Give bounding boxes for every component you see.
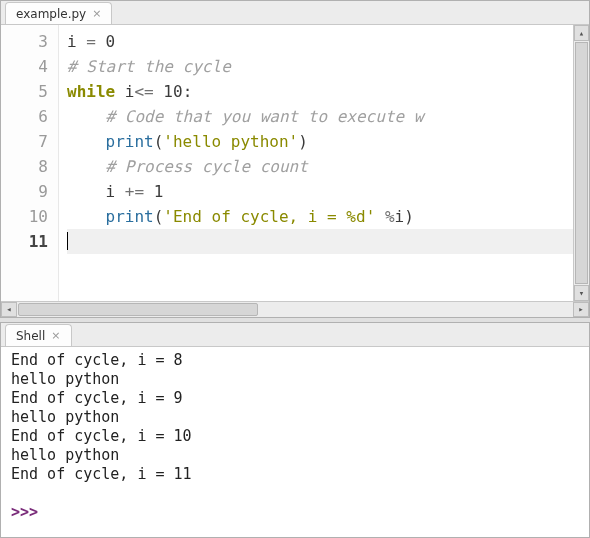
close-icon[interactable]: × — [51, 330, 60, 341]
code-area[interactable]: 34567891011 i = 0# Start the cyclewhile … — [1, 25, 589, 301]
shell-prompt[interactable]: >>> — [11, 503, 579, 522]
token-sp — [115, 182, 125, 201]
code-line: i = 0 — [67, 29, 589, 54]
shell-tabbar: Shell × — [1, 323, 589, 347]
token-sp — [144, 182, 154, 201]
token-sp — [154, 82, 164, 101]
line-number-gutter: 34567891011 — [1, 25, 59, 301]
token-nm: i — [125, 82, 135, 101]
code-line: while i<= 10: — [67, 79, 589, 104]
token-sp — [375, 207, 385, 226]
token-num: 10 — [163, 82, 182, 101]
code-line: # Code that you want to execute w — [67, 104, 589, 129]
code-line: print('hello python') — [67, 129, 589, 154]
token-nm: i — [106, 182, 116, 201]
token-cm: # Start the cycle — [67, 57, 231, 76]
token-kw: while — [67, 82, 115, 101]
chevron-down-icon[interactable]: ▾ — [574, 285, 589, 301]
editor-tabbar: example.py × — [1, 1, 589, 25]
chevron-up-icon[interactable]: ▴ — [574, 25, 589, 41]
line-number: 8 — [1, 154, 48, 179]
shell-output[interactable]: End of cycle, i = 8hello pythonEnd of cy… — [1, 347, 589, 537]
shell-line: End of cycle, i = 8 — [11, 351, 579, 370]
chevron-right-icon[interactable]: ▸ — [573, 302, 589, 317]
token-num: 0 — [106, 32, 116, 51]
token-num: 1 — [154, 182, 164, 201]
shell-pane: Shell × End of cycle, i = 8hello pythonE… — [0, 322, 590, 538]
scrollbar-thumb[interactable] — [575, 42, 588, 284]
token-cm: # Process cycle count — [106, 157, 308, 176]
shell-line: End of cycle, i = 10 — [11, 427, 579, 446]
shell-line — [11, 484, 579, 503]
line-number: 9 — [1, 179, 48, 204]
token-nm: ( — [154, 132, 164, 151]
shell-line: hello python — [11, 408, 579, 427]
editor-horizontal-scrollbar[interactable]: ◂ ▸ — [1, 301, 589, 317]
shell-line: End of cycle, i = 11 — [11, 465, 579, 484]
line-number: 6 — [1, 104, 48, 129]
scrollbar-thumb[interactable] — [18, 303, 258, 316]
code-line: print('End of cycle, i = %d' %i) — [67, 204, 589, 229]
line-number: 5 — [1, 79, 48, 104]
token-sp — [67, 207, 106, 226]
token-sp — [96, 32, 106, 51]
line-number: 3 — [1, 29, 48, 54]
tab-example-py[interactable]: example.py × — [5, 2, 112, 24]
code-line: i += 1 — [67, 179, 589, 204]
line-number: 11 — [1, 229, 48, 254]
token-nm: ) — [298, 132, 308, 151]
token-nm: i) — [395, 207, 414, 226]
token-sp — [77, 32, 87, 51]
token-sp — [67, 107, 106, 126]
token-nm: i — [67, 32, 77, 51]
token-str: 'End of cycle, i = %d' — [163, 207, 375, 226]
editor-pane: example.py × 34567891011 i = 0# Start th… — [0, 0, 590, 318]
token-op: += — [125, 182, 144, 201]
prompt-symbol: >>> — [11, 503, 47, 521]
token-cm: # Code that you want to execute w — [106, 107, 424, 126]
code-text[interactable]: i = 0# Start the cyclewhile i<= 10: # Co… — [59, 25, 589, 301]
token-op: = — [86, 32, 96, 51]
editor-vertical-scrollbar[interactable]: ▴ ▾ — [573, 25, 589, 301]
tab-label: example.py — [16, 7, 86, 21]
token-fn: print — [106, 207, 154, 226]
token-op: <= — [134, 82, 153, 101]
token-sp — [67, 132, 106, 151]
token-fn: print — [106, 132, 154, 151]
line-number: 7 — [1, 129, 48, 154]
code-line: # Start the cycle — [67, 54, 589, 79]
code-line: # Process cycle count — [67, 154, 589, 179]
token-sp — [67, 182, 106, 201]
token-str: 'hello python' — [163, 132, 298, 151]
token-op: % — [385, 207, 395, 226]
tab-label: Shell — [16, 329, 45, 343]
token-nm: : — [183, 82, 193, 101]
shell-line: hello python — [11, 446, 579, 465]
close-icon[interactable]: × — [92, 8, 101, 19]
shell-line: hello python — [11, 370, 579, 389]
shell-line: End of cycle, i = 9 — [11, 389, 579, 408]
line-number: 4 — [1, 54, 48, 79]
code-line — [67, 229, 589, 254]
token-sp — [67, 157, 106, 176]
chevron-left-icon[interactable]: ◂ — [1, 302, 17, 317]
text-cursor — [67, 232, 68, 250]
line-number: 10 — [1, 204, 48, 229]
token-sp — [115, 82, 125, 101]
tab-shell[interactable]: Shell × — [5, 324, 72, 346]
token-nm: ( — [154, 207, 164, 226]
